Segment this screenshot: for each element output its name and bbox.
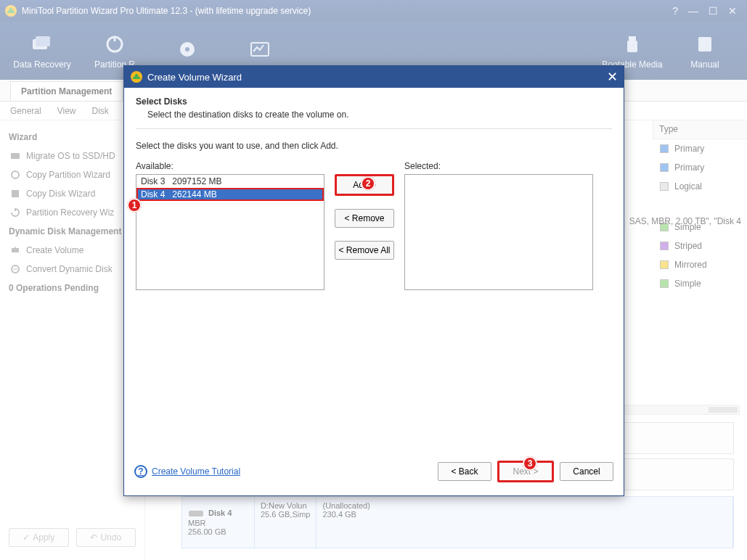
svg-rect-10	[11, 153, 20, 159]
window-maximize-icon[interactable]: ☐	[709, 5, 718, 17]
type-label: Primary	[674, 144, 704, 154]
partition-cell[interactable]: D:New Volun 25.6 GB,Simp	[255, 497, 317, 548]
window-close-icon[interactable]: ✕	[728, 5, 737, 17]
toolbar-manual[interactable]: Manual	[669, 32, 741, 70]
toolbar-benchmark[interactable]	[224, 37, 296, 65]
sidebar-copy-partition[interactable]: Copy Partition Wizard	[9, 165, 136, 184]
app-logo-icon	[4, 4, 17, 17]
callout-badge-1: 1	[127, 198, 142, 213]
callout-badge-2: 2	[361, 176, 375, 191]
partition-name: (Unallocated)	[322, 501, 727, 510]
sidebar-convert-dynamic[interactable]: Convert Dynamic Disk	[9, 260, 136, 279]
create-volume-wizard-dialog: Create Volume Wizard ✕ Select Disks Sele…	[123, 65, 624, 496]
sidebar-migrate-os[interactable]: Migrate OS to SSD/HD	[9, 147, 136, 165]
toolbar-label: Data Recovery	[6, 59, 78, 70]
sidebar-item-label: Create Volume	[26, 245, 83, 255]
help-icon: ?	[134, 465, 147, 478]
window-minimize-icon[interactable]: —	[688, 5, 698, 17]
window-help-icon[interactable]: ?	[672, 5, 678, 17]
hdd-icon	[188, 508, 204, 519]
sidebar-partition-recovery[interactable]: Partition Recovery Wiz	[9, 203, 136, 222]
undo-button[interactable]: ↶Undo	[76, 528, 136, 547]
callout-badge-3: 3	[523, 456, 537, 471]
manual-icon	[669, 32, 741, 57]
list-item[interactable]: Disk 3 2097152 MB	[136, 175, 324, 188]
remove-all-button[interactable]: < Remove All	[335, 241, 394, 260]
type-row[interactable]: Logical	[653, 177, 747, 196]
window-title: MiniTool Partition Wizard Pro Ultimate 1…	[22, 6, 311, 16]
disk-name: Disk 4	[208, 508, 232, 519]
disk-header: Disk 4 MBR 256.00 GB	[182, 497, 255, 548]
app-logo-icon	[130, 70, 143, 83]
type-row[interactable]: Mirrored	[653, 255, 747, 274]
type-label: Mirrored	[674, 260, 707, 270]
selected-label: Selected:	[404, 161, 593, 171]
sidebar-item-label: Copy Disk Wizard	[26, 189, 95, 199]
swatch-icon	[660, 242, 669, 250]
sidebar-create-volume[interactable]: Create Volume	[9, 241, 136, 260]
menu-general[interactable]: General	[10, 106, 41, 116]
sidebar-copy-disk[interactable]: Copy Disk Wizard	[9, 184, 136, 203]
disk-summary-text: SAS, MBR, 2.00 TB", "Disk 4	[629, 216, 741, 226]
back-button[interactable]: < Back	[438, 462, 491, 481]
sidebar-item-label: Copy Partition Wizard	[26, 170, 110, 180]
disk-row-disk4[interactable]: Disk 4 MBR 256.00 GB D:New Volun 25.6 GB…	[181, 496, 734, 548]
remove-button[interactable]: < Remove	[335, 209, 394, 228]
sidebar-wizard-header: Wizard	[9, 132, 136, 142]
sidebar-item-label: Convert Dynamic Disk	[26, 264, 113, 274]
swatch-icon	[660, 279, 669, 288]
type-row[interactable]: Striped	[653, 236, 747, 255]
svg-rect-12	[12, 190, 19, 197]
svg-rect-9	[698, 37, 711, 52]
type-row[interactable]: Primary	[653, 139, 747, 158]
copy-disk-icon	[10, 189, 20, 199]
undo-icon: ↶	[90, 532, 97, 543]
disk-size: 256.00 GB	[188, 527, 248, 536]
selected-disks-listbox[interactable]	[404, 174, 593, 290]
toolbar-partition-recovery[interactable]: Partition R	[78, 32, 151, 70]
svg-rect-2	[36, 36, 50, 46]
swatch-icon	[660, 163, 669, 172]
type-row[interactable]: Primary	[653, 158, 747, 177]
usb-icon	[596, 32, 669, 57]
column-header-type[interactable]: Type	[653, 120, 747, 139]
type-label: Striped	[674, 241, 702, 251]
svg-point-11	[12, 171, 19, 178]
convert-icon	[10, 264, 20, 274]
partition-recovery-icon	[78, 32, 151, 57]
menu-view[interactable]: View	[57, 106, 76, 116]
create-volume-icon	[10, 245, 20, 255]
help-link-label: Create Volume Tutorial	[152, 466, 240, 477]
recovery-icon	[10, 207, 20, 218]
scrollbar-thumb[interactable]	[709, 407, 738, 413]
swatch-icon	[660, 260, 669, 269]
cancel-button[interactable]: Cancel	[560, 462, 613, 481]
partition-size: 25.6 GB,Simp	[261, 510, 310, 519]
dialog-footer: ? Create Volume Tutorial < Back Next > C…	[124, 456, 624, 495]
disk-scheme: MBR	[188, 519, 248, 527]
apply-label: Apply	[33, 532, 54, 543]
tab-partition-management[interactable]: Partition Management	[10, 81, 123, 101]
help-link[interactable]: ? Create Volume Tutorial	[134, 465, 240, 478]
operations-pending: 0 Operations Pending	[9, 283, 136, 293]
svg-rect-7	[629, 36, 636, 41]
type-label: Simple	[674, 279, 701, 289]
dialog-close-icon[interactable]: ✕	[607, 69, 618, 85]
partition-cell-unallocated[interactable]: (Unallocated) 230.4 GB	[317, 497, 733, 548]
toolbar-bootable-media[interactable]: Bootable Media	[596, 32, 669, 70]
toolbar-data-recovery[interactable]: Data Recovery	[6, 32, 78, 70]
toolbar-label: Manual	[669, 59, 741, 70]
dialog-instruction: Select the disks you want to use, and th…	[136, 141, 612, 151]
dialog-titlebar: Create Volume Wizard ✕	[124, 66, 624, 88]
swatch-icon	[660, 144, 669, 153]
type-label: Logical	[674, 181, 702, 192]
available-disks-listbox[interactable]: Disk 3 2097152 MB Disk 4 262144 MB	[136, 174, 324, 290]
menu-disk[interactable]: Disk	[92, 106, 109, 116]
type-row[interactable]: Simple	[653, 274, 747, 293]
apply-button[interactable]: ✓Apply	[9, 528, 69, 547]
toolbar-disk[interactable]	[151, 37, 224, 65]
list-item-selected[interactable]: Disk 4 262144 MB	[136, 188, 324, 201]
benchmark-icon	[224, 37, 296, 62]
check-icon: ✓	[23, 532, 30, 543]
migrate-icon	[10, 151, 20, 161]
